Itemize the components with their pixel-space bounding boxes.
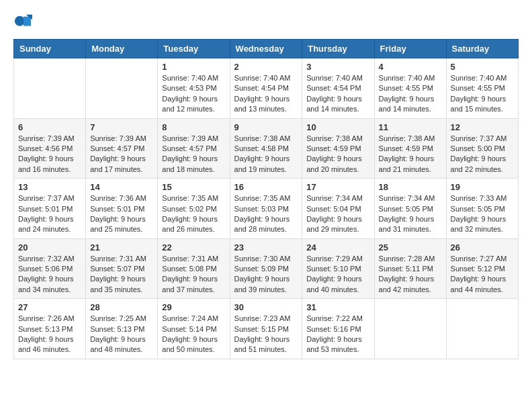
calendar-cell [374,299,446,359]
day-number: 14 [90,182,153,192]
calendar-cell: 13Sunrise: 7:37 AM Sunset: 5:01 PM Dayli… [14,179,86,239]
calendar-cell [14,58,86,119]
calendar-day-header: Saturday [446,40,518,58]
day-number: 20 [18,242,81,253]
day-number: 23 [234,242,298,253]
day-number: 15 [162,182,225,192]
day-number: 25 [379,242,442,253]
calendar-cell: 26Sunrise: 7:27 AM Sunset: 5:12 PM Dayli… [446,238,518,299]
calendar-cell: 9Sunrise: 7:38 AM Sunset: 4:58 PM Daylig… [230,118,302,179]
day-info: Sunrise: 7:40 AM Sunset: 4:55 PM Dayligh… [451,73,514,115]
day-info: Sunrise: 7:33 AM Sunset: 5:05 PM Dayligh… [451,193,514,235]
calendar-day-header: Monday [86,40,158,58]
day-info: Sunrise: 7:29 AM Sunset: 5:10 PM Dayligh… [306,254,369,295]
calendar-table: SundayMondayTuesdayWednesdayThursdayFrid… [13,39,519,359]
calendar-cell: 4Sunrise: 7:40 AM Sunset: 4:55 PM Daylig… [374,58,446,119]
svg-marker-1 [24,17,31,26]
day-number: 18 [379,182,442,192]
day-number: 4 [379,62,442,72]
day-info: Sunrise: 7:36 AM Sunset: 5:01 PM Dayligh… [90,193,153,235]
calendar-header-row: SundayMondayTuesdayWednesdayThursdayFrid… [14,40,519,58]
day-number: 26 [451,242,514,253]
day-number: 16 [234,182,298,192]
calendar-cell: 12Sunrise: 7:37 AM Sunset: 5:00 PM Dayli… [446,118,518,179]
calendar-cell: 17Sunrise: 7:34 AM Sunset: 5:04 PM Dayli… [302,179,374,239]
calendar-cell: 5Sunrise: 7:40 AM Sunset: 4:55 PM Daylig… [446,58,518,119]
day-number: 31 [306,302,369,312]
day-info: Sunrise: 7:40 AM Sunset: 4:55 PM Dayligh… [379,73,442,115]
calendar-day-header: Wednesday [230,40,302,58]
page-header [13,13,519,32]
day-info: Sunrise: 7:38 AM Sunset: 4:59 PM Dayligh… [306,134,369,175]
calendar-day-header: Tuesday [158,40,230,58]
day-number: 29 [162,302,225,312]
calendar-cell: 30Sunrise: 7:23 AM Sunset: 5:15 PM Dayli… [230,299,302,359]
day-info: Sunrise: 7:25 AM Sunset: 5:13 PM Dayligh… [90,314,153,355]
calendar-cell: 3Sunrise: 7:40 AM Sunset: 4:54 PM Daylig… [302,58,374,119]
day-info: Sunrise: 7:38 AM Sunset: 4:58 PM Dayligh… [234,134,298,175]
calendar-week-row: 13Sunrise: 7:37 AM Sunset: 5:01 PM Dayli… [14,179,519,239]
day-info: Sunrise: 7:26 AM Sunset: 5:13 PM Dayligh… [18,314,81,355]
day-number: 11 [379,122,442,132]
calendar-cell: 28Sunrise: 7:25 AM Sunset: 5:13 PM Dayli… [86,299,158,359]
day-number: 12 [451,122,514,132]
day-info: Sunrise: 7:34 AM Sunset: 5:05 PM Dayligh… [379,193,442,235]
day-number: 13 [18,182,81,192]
calendar-cell [86,58,158,119]
day-info: Sunrise: 7:31 AM Sunset: 5:08 PM Dayligh… [162,254,225,295]
day-number: 8 [162,122,225,132]
calendar-cell: 10Sunrise: 7:38 AM Sunset: 4:59 PM Dayli… [302,118,374,179]
day-info: Sunrise: 7:28 AM Sunset: 5:11 PM Dayligh… [379,254,442,295]
day-info: Sunrise: 7:40 AM Sunset: 4:53 PM Dayligh… [162,73,225,115]
day-number: 19 [451,182,514,192]
calendar-cell: 27Sunrise: 7:26 AM Sunset: 5:13 PM Dayli… [14,299,86,359]
calendar-cell: 23Sunrise: 7:30 AM Sunset: 5:09 PM Dayli… [230,238,302,299]
calendar-cell: 11Sunrise: 7:38 AM Sunset: 4:59 PM Dayli… [374,118,446,179]
calendar-day-header: Sunday [14,40,86,58]
calendar-week-row: 27Sunrise: 7:26 AM Sunset: 5:13 PM Dayli… [14,299,519,359]
day-number: 10 [306,122,369,132]
day-info: Sunrise: 7:35 AM Sunset: 5:02 PM Dayligh… [162,193,225,235]
day-info: Sunrise: 7:40 AM Sunset: 4:54 PM Dayligh… [306,73,369,115]
day-info: Sunrise: 7:39 AM Sunset: 4:57 PM Dayligh… [90,134,153,175]
day-number: 17 [306,182,369,192]
calendar-cell: 16Sunrise: 7:35 AM Sunset: 5:03 PM Dayli… [230,179,302,239]
day-number: 27 [18,302,81,312]
calendar-cell: 2Sunrise: 7:40 AM Sunset: 4:54 PM Daylig… [230,58,302,119]
day-info: Sunrise: 7:39 AM Sunset: 4:56 PM Dayligh… [18,134,81,175]
day-info: Sunrise: 7:27 AM Sunset: 5:12 PM Dayligh… [451,254,514,295]
day-info: Sunrise: 7:34 AM Sunset: 5:04 PM Dayligh… [306,193,369,235]
day-info: Sunrise: 7:30 AM Sunset: 5:09 PM Dayligh… [234,254,298,295]
day-info: Sunrise: 7:31 AM Sunset: 5:07 PM Dayligh… [90,254,153,295]
day-number: 1 [162,62,225,72]
calendar-cell: 8Sunrise: 7:39 AM Sunset: 4:57 PM Daylig… [158,118,230,179]
calendar-cell: 21Sunrise: 7:31 AM Sunset: 5:07 PM Dayli… [86,238,158,299]
day-number: 28 [90,302,153,312]
day-info: Sunrise: 7:37 AM Sunset: 5:01 PM Dayligh… [18,193,81,235]
calendar-cell: 29Sunrise: 7:24 AM Sunset: 5:14 PM Dayli… [158,299,230,359]
day-info: Sunrise: 7:23 AM Sunset: 5:15 PM Dayligh… [234,314,298,355]
day-info: Sunrise: 7:32 AM Sunset: 5:06 PM Dayligh… [18,254,81,295]
day-number: 9 [234,122,298,132]
calendar-cell: 18Sunrise: 7:34 AM Sunset: 5:05 PM Dayli… [374,179,446,239]
calendar-cell: 22Sunrise: 7:31 AM Sunset: 5:08 PM Dayli… [158,238,230,299]
logo [13,13,34,32]
day-info: Sunrise: 7:40 AM Sunset: 4:54 PM Dayligh… [234,73,298,115]
day-info: Sunrise: 7:24 AM Sunset: 5:14 PM Dayligh… [162,314,225,355]
day-number: 22 [162,242,225,253]
calendar-cell: 14Sunrise: 7:36 AM Sunset: 5:01 PM Dayli… [86,179,158,239]
day-number: 21 [90,242,153,253]
day-info: Sunrise: 7:39 AM Sunset: 4:57 PM Dayligh… [162,134,225,175]
calendar-cell: 31Sunrise: 7:22 AM Sunset: 5:16 PM Dayli… [302,299,374,359]
logo-icon [13,13,32,32]
day-number: 3 [306,62,369,72]
calendar-week-row: 1Sunrise: 7:40 AM Sunset: 4:53 PM Daylig… [14,58,519,119]
calendar-cell [446,299,518,359]
day-number: 6 [18,122,81,132]
calendar-day-header: Thursday [302,40,374,58]
calendar-cell: 15Sunrise: 7:35 AM Sunset: 5:02 PM Dayli… [158,179,230,239]
calendar-cell: 19Sunrise: 7:33 AM Sunset: 5:05 PM Dayli… [446,179,518,239]
day-info: Sunrise: 7:38 AM Sunset: 4:59 PM Dayligh… [379,134,442,175]
day-info: Sunrise: 7:22 AM Sunset: 5:16 PM Dayligh… [306,314,369,355]
day-number: 2 [234,62,298,72]
